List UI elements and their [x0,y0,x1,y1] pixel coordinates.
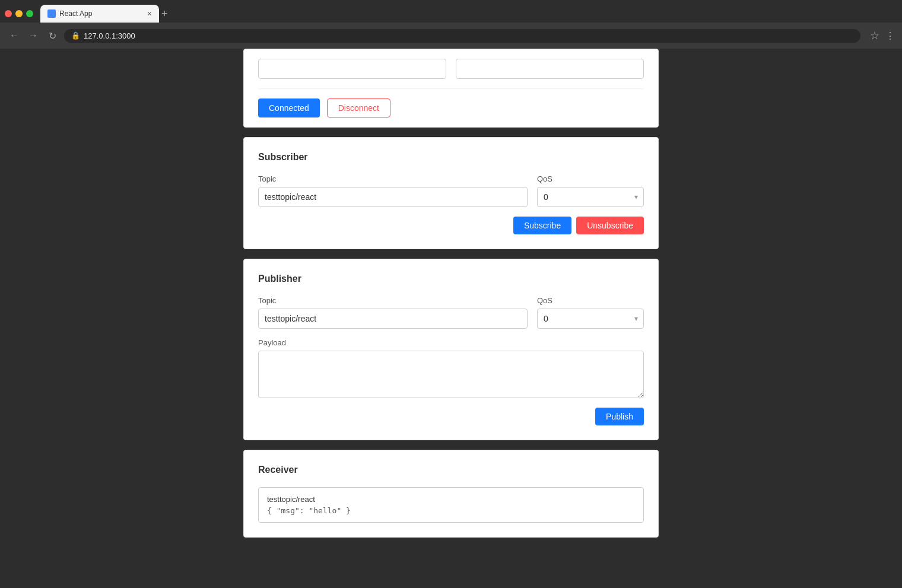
receiver-panel: Receiver testtopic/react { "msg": "hello… [243,450,659,538]
subscriber-form-row: Topic QoS 0 1 2 ▾ [258,174,644,207]
maximize-button[interactable] [26,10,33,17]
bookmark-icon[interactable]: ☆ [870,29,879,42]
page-content: Connected Disconnect Subscriber Topic Qo… [0,49,902,588]
back-button[interactable]: ← [7,28,21,43]
browser-chrome: React App × + ← → ↻ 🔒 127.0.0.1:3000 ☆ ⋮ [0,0,902,49]
receiver-box: testtopic/react { "msg": "hello" } [258,487,644,523]
tab-favicon [47,9,56,18]
payload-group: Payload [258,338,644,398]
lock-icon: 🔒 [71,31,80,40]
publisher-topic-label: Topic [258,296,528,305]
publisher-title: Publisher [258,274,644,284]
publisher-qos-wrapper: 0 1 2 ▾ [537,309,644,329]
subscriber-topic-input[interactable] [258,187,528,207]
subscriber-qos-group: QoS 0 1 2 ▾ [537,174,644,207]
connection-panel: Connected Disconnect [243,49,659,128]
connection-form-row [258,59,644,79]
address-bar-row: ← → ↻ 🔒 127.0.0.1:3000 ☆ ⋮ [0,23,902,49]
subscriber-panel: Subscriber Topic QoS 0 1 2 ▾ [243,137,659,249]
receiver-topic: testtopic/react [267,495,635,504]
port-group [456,59,644,79]
address-bar[interactable]: 🔒 127.0.0.1:3000 [64,29,860,43]
main-wrapper: Connected Disconnect Subscriber Topic Qo… [243,49,659,588]
toolbar-icons: ☆ ⋮ [870,29,895,42]
tab-close-icon[interactable]: × [147,9,152,18]
subscriber-topic-label: Topic [258,174,528,183]
close-button[interactable] [5,10,12,17]
publisher-qos-select[interactable]: 0 1 2 [537,309,644,329]
publisher-qos-label: QoS [537,296,644,305]
subscriber-qos-select[interactable]: 0 1 2 [537,187,644,207]
subscriber-topic-group: Topic [258,174,528,207]
port-input[interactable] [456,59,644,79]
connected-button[interactable]: Connected [258,98,320,117]
window-controls [5,10,33,17]
extensions-icon[interactable]: ⋮ [885,30,895,42]
host-group [258,59,446,79]
receiver-title: Receiver [258,465,644,475]
subscriber-qos-wrapper: 0 1 2 ▾ [537,187,644,207]
publisher-qos-group: QoS 0 1 2 ▾ [537,296,644,329]
url-text: 127.0.0.1:3000 [84,31,135,40]
subscriber-buttons: Subscribe Unsubscribe [258,217,644,234]
subscriber-title: Subscriber [258,152,644,163]
host-input[interactable] [258,59,446,79]
publisher-panel: Publisher Topic QoS 0 1 2 ▾ [243,259,659,440]
tab-title: React App [59,9,92,18]
new-tab-button[interactable]: + [161,8,168,19]
publisher-form-row: Topic QoS 0 1 2 ▾ [258,296,644,329]
tab-bar: React App × + [0,0,902,23]
minimize-button[interactable] [15,10,23,17]
forward-button[interactable]: → [26,28,40,43]
publisher-topic-group: Topic [258,296,528,329]
publisher-topic-input[interactable] [258,309,528,329]
connection-buttons: Connected Disconnect [258,88,644,117]
receiver-payload: { "msg": "hello" } [267,506,635,515]
payload-label: Payload [258,338,644,347]
unsubscribe-button[interactable]: Unsubscribe [576,217,644,234]
reload-button[interactable]: ↻ [45,28,59,43]
subscriber-qos-label: QoS [537,174,644,183]
disconnect-button[interactable]: Disconnect [327,98,390,117]
payload-input[interactable] [258,351,644,398]
active-tab[interactable]: React App × [40,5,159,23]
publish-button[interactable]: Publish [595,408,644,425]
publisher-buttons: Publish [258,408,644,425]
subscribe-button[interactable]: Subscribe [513,217,571,234]
